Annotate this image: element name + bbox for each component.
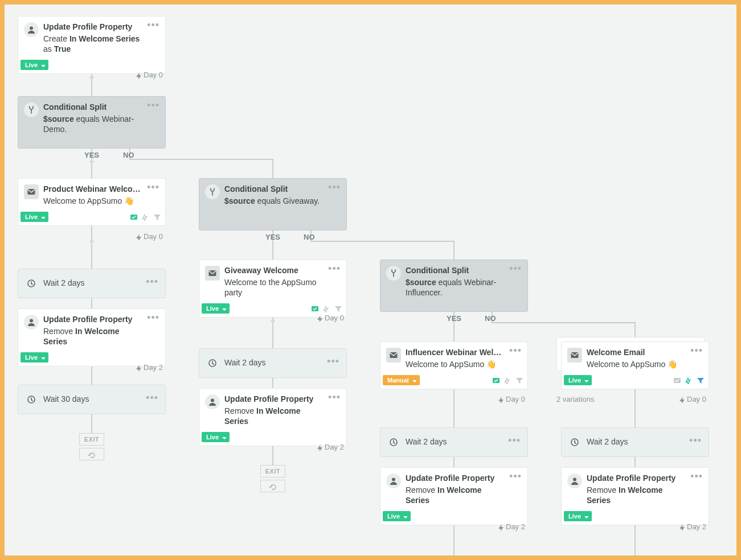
node-menu-button[interactable]: ••• <box>327 394 342 403</box>
status-badge[interactable]: Live <box>21 352 48 363</box>
analytics-icon[interactable] <box>322 304 330 312</box>
node-menu-button[interactable]: ••• <box>508 473 523 483</box>
node-menu-button[interactable]: ••• <box>146 184 161 193</box>
status-badge[interactable]: Live <box>21 212 48 222</box>
node-menu-button[interactable]: ••• <box>689 348 704 357</box>
node-email-product-webinar-welcome[interactable]: Product Webinar Welcome Welcome to AppSu… <box>18 178 166 226</box>
node-title: Welcome Email <box>587 348 685 358</box>
node-wait-2-days[interactable]: Wait 2 days ••• <box>380 427 528 457</box>
smart-send-icon[interactable] <box>673 376 681 384</box>
node-title: Conditional Split <box>43 102 141 113</box>
clock-icon <box>205 356 220 370</box>
branch-yes-label: YES <box>447 314 461 323</box>
node-desc: Remove In Welcome Series <box>224 406 322 426</box>
email-subject: Welcome to AppSumo 👋 <box>587 359 685 369</box>
node-wait-2-days[interactable]: Wait 2 days ••• <box>561 427 709 457</box>
analytics-icon[interactable] <box>503 376 511 384</box>
node-title: Conditional Split <box>224 184 322 195</box>
node-title: Wait 2 days <box>406 437 502 447</box>
timing-label: Day 0 <box>316 314 344 322</box>
analytics-icon[interactable] <box>141 213 149 221</box>
person-icon <box>386 473 401 488</box>
email-subject: Welcome to AppSumo 👋 <box>406 359 503 369</box>
status-badge[interactable]: Live <box>564 375 592 385</box>
email-subject: Welcome to AppSumo 👋 <box>43 196 141 206</box>
branch-no-label: NO <box>485 314 496 323</box>
node-update-profile-remove[interactable]: Update Profile Property Remove In Welcom… <box>380 467 528 525</box>
node-menu-button[interactable]: ••• <box>508 266 523 275</box>
node-wait-2-days[interactable]: Wait 2 days ••• <box>18 269 166 298</box>
status-badge[interactable]: Manual <box>383 375 420 385</box>
node-desc: Remove In Welcome Series <box>406 485 503 505</box>
node-menu-button[interactable]: ••• <box>146 315 161 324</box>
timing-label: Day 2 <box>678 522 706 531</box>
status-badge[interactable]: Live <box>202 432 230 442</box>
branch-no-label: NO <box>304 233 315 241</box>
exit-marker: EXIT <box>79 433 104 446</box>
node-desc: Remove In Welcome Series <box>43 326 141 347</box>
node-title: Wait 30 days <box>43 394 140 405</box>
node-title: Wait 2 days <box>43 278 140 289</box>
node-menu-button[interactable]: ••• <box>689 473 704 483</box>
node-title: Wait 2 days <box>224 358 321 368</box>
node-update-profile-remove[interactable]: Update Profile Property Remove In Welcom… <box>199 388 347 446</box>
filter-icon[interactable] <box>515 376 523 384</box>
mail-icon <box>24 184 39 199</box>
timing-label: Day 0 <box>497 395 525 403</box>
clock-icon <box>24 276 39 291</box>
smart-send-icon[interactable] <box>311 304 319 312</box>
node-email-influencer-webinar-welcome[interactable]: Influencer Webinar Welco… Welcome to App… <box>380 341 528 389</box>
analytics-icon[interactable] <box>685 376 693 384</box>
node-title: Giveaway Welcome <box>224 266 322 276</box>
node-update-profile-create[interactable]: Update Profile Property Create In Welcom… <box>18 16 166 74</box>
status-badge[interactable]: Live <box>202 303 230 314</box>
status-badge[interactable]: Live <box>21 60 48 70</box>
clock-icon <box>386 435 401 450</box>
filter-icon[interactable] <box>696 376 704 384</box>
node-title: Influencer Webinar Welco… <box>406 348 503 358</box>
filter-icon[interactable] <box>334 304 342 312</box>
node-email-welcome-email[interactable]: Welcome Email Welcome to AppSumo 👋 ••• L… <box>561 341 709 389</box>
node-menu-button[interactable]: ••• <box>507 438 522 447</box>
node-desc: Remove In Welcome Series <box>587 485 685 505</box>
node-wait-2-days[interactable]: Wait 2 days ••• <box>199 348 347 378</box>
node-conditional-split-webinar-influencer[interactable]: Conditional Split $source equals Webinar… <box>380 260 528 312</box>
flow-canvas[interactable]: Update Profile Property Create In Welcom… <box>5 5 736 555</box>
node-menu-button[interactable]: ••• <box>146 102 161 112</box>
smart-send-icon[interactable] <box>492 376 500 384</box>
node-email-giveaway-welcome[interactable]: Giveaway Welcome Welcome to the AppSumo … <box>199 260 347 318</box>
node-menu-button[interactable]: ••• <box>688 438 703 447</box>
filter-icon[interactable] <box>153 213 161 221</box>
node-menu-button[interactable]: ••• <box>326 359 341 368</box>
timing-label: Day 0 <box>134 71 163 79</box>
node-update-profile-remove[interactable]: Update Profile Property Remove In Welcom… <box>18 308 166 367</box>
branch-yes-label: YES <box>84 151 99 159</box>
node-menu-button[interactable]: ••• <box>145 279 159 288</box>
smart-send-icon[interactable] <box>130 213 138 221</box>
timing-label: Day 2 <box>316 443 344 451</box>
node-conditional-split-webinar-demo[interactable]: Conditional Split $source equals Webinar… <box>18 96 166 149</box>
node-title: Conditional Split <box>406 266 503 276</box>
person-icon <box>205 394 220 409</box>
node-menu-button[interactable]: ••• <box>327 266 342 275</box>
node-title: Wait 2 days <box>587 437 683 447</box>
branch-no-label: NO <box>123 151 134 159</box>
timing-label: Day 0 <box>678 395 706 403</box>
person-icon <box>24 315 39 330</box>
status-badge[interactable]: Live <box>564 511 592 521</box>
mail-icon <box>386 348 401 363</box>
node-menu-button[interactable]: ••• <box>327 184 342 193</box>
node-title: Product Webinar Welcome <box>43 184 141 195</box>
timing-label: Day 2 <box>497 522 525 531</box>
node-menu-button[interactable]: ••• <box>508 348 523 357</box>
status-badge[interactable]: Live <box>383 511 411 521</box>
node-title: Update Profile Property <box>587 473 685 484</box>
node-desc: $source equals Webinar-Demo. <box>43 114 141 134</box>
node-menu-button[interactable]: ••• <box>145 395 159 404</box>
node-wait-30-days[interactable]: Wait 30 days ••• <box>18 385 166 414</box>
node-conditional-split-giveaway[interactable]: Conditional Split $source equals Giveawa… <box>199 178 347 230</box>
exit-marker: EXIT <box>260 465 285 477</box>
node-update-profile-remove[interactable]: Update Profile Property Remove In Welcom… <box>561 467 709 525</box>
node-menu-button[interactable]: ••• <box>146 22 161 31</box>
email-subject: Welcome to the AppSumo party <box>224 277 322 298</box>
